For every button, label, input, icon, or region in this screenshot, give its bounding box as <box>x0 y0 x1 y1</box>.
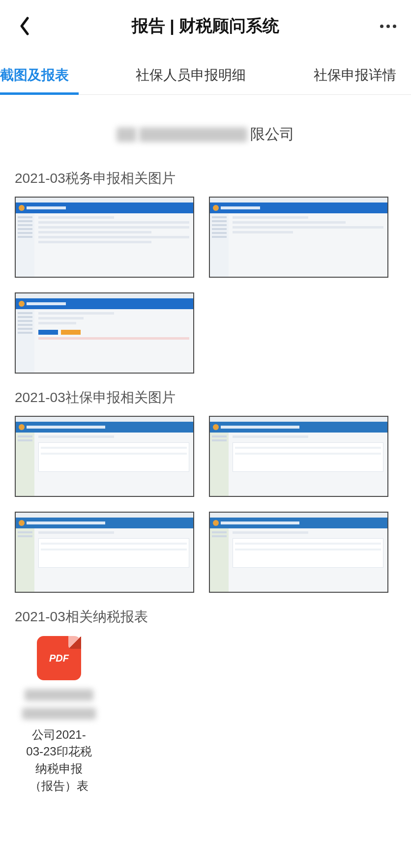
header: 报告 | 财税顾问系统 <box>0 0 411 47</box>
more-icon[interactable] <box>377 25 396 28</box>
redacted-text <box>139 127 247 142</box>
thumbnail-image[interactable] <box>15 197 194 278</box>
thumbnail-image[interactable] <box>209 416 388 497</box>
tab-screenshots-reports[interactable]: 截图及报表 <box>0 57 98 94</box>
file-grid: PDF 公司2021- 03-23印花税 纳税申报 （报告）表 <box>15 636 396 795</box>
thumbnail-grid-social <box>15 416 396 593</box>
section-title-tax-images: 2021-03税务申报相关图片 <box>15 169 396 188</box>
redacted-text <box>25 689 93 701</box>
section-title-social-images: 2021-03社保申报相关图片 <box>15 388 396 407</box>
pdf-icon: PDF <box>37 636 81 680</box>
thumbnail-image[interactable] <box>209 512 388 593</box>
thumbnail-image[interactable] <box>209 197 388 278</box>
thumbnail-image[interactable] <box>15 416 194 497</box>
company-suffix: 限公司 <box>250 124 294 145</box>
file-label: 公司2021- 03-23印花税 纳税申报 （报告）表 <box>15 689 103 795</box>
tab-social-personnel-detail[interactable]: 社保人员申报明细 <box>98 57 283 94</box>
thumbnail-image[interactable] <box>15 292 194 374</box>
thumbnail-grid-tax <box>15 197 396 374</box>
company-name: 限公司 <box>15 124 396 145</box>
tabs: 截图及报表 社保人员申报明细 社保申报详情 <box>0 57 411 95</box>
page-title: 报告 | 财税顾问系统 <box>34 15 377 37</box>
content: 限公司 2021-03税务申报相关图片 <box>0 124 411 810</box>
section-title-tax-reports: 2021-03相关纳税报表 <box>15 608 396 626</box>
back-icon[interactable] <box>15 16 34 36</box>
thumbnail-image[interactable] <box>15 512 194 593</box>
redacted-text <box>117 127 136 142</box>
redacted-text <box>22 708 96 720</box>
file-item[interactable]: PDF 公司2021- 03-23印花税 纳税申报 （报告）表 <box>15 636 103 795</box>
tab-social-declare-detail[interactable]: 社保申报详情 <box>283 57 411 94</box>
